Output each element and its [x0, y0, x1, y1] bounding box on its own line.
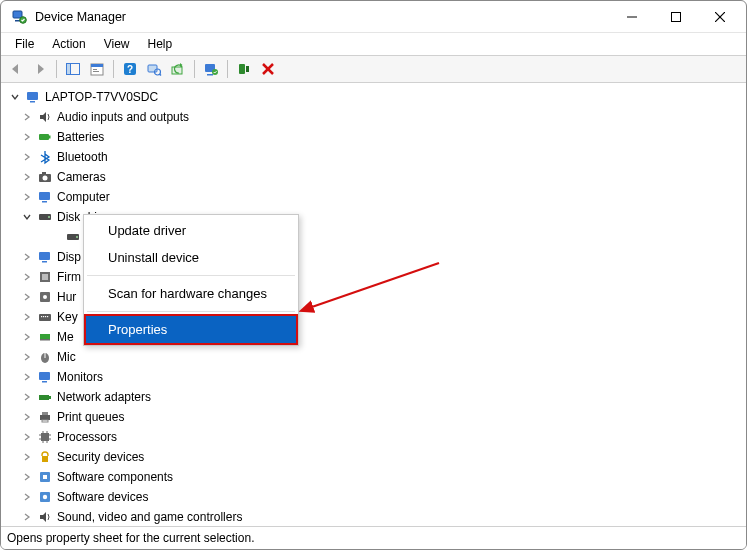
svg-rect-10: [91, 64, 103, 67]
tree-category[interactable]: Processors: [21, 427, 746, 447]
tree-category[interactable]: Bluetooth: [21, 147, 746, 167]
svg-rect-12: [93, 71, 99, 72]
bluetooth-icon: [37, 149, 53, 165]
back-button[interactable]: [5, 58, 27, 80]
tree-category[interactable]: Print queues: [21, 407, 746, 427]
window-title: Device Manager: [35, 10, 126, 24]
svg-rect-50: [40, 334, 50, 339]
tree-category[interactable]: Audio inputs and outputs: [21, 107, 746, 127]
chevron-right-icon[interactable]: [21, 451, 33, 463]
toolbar-sep: [194, 60, 195, 78]
svg-rect-27: [30, 101, 35, 103]
audio-icon: [37, 109, 53, 125]
properties-toolbar-icon[interactable]: [86, 58, 108, 80]
mouse-icon: [37, 349, 53, 365]
chevron-down-icon[interactable]: [21, 211, 33, 223]
chevron-right-icon[interactable]: [21, 191, 33, 203]
uninstall-toolbar-icon[interactable]: [257, 58, 279, 80]
disk-drive-icon: [65, 229, 81, 245]
update-driver-toolbar-icon[interactable]: [167, 58, 189, 80]
printer-icon: [37, 409, 53, 425]
chevron-right-icon[interactable]: [21, 151, 33, 163]
chevron-right-icon[interactable]: [21, 511, 33, 523]
show-hide-console-tree-icon[interactable]: [62, 58, 84, 80]
svg-rect-20: [207, 74, 213, 76]
scan-hardware-toolbar-icon[interactable]: [143, 58, 165, 80]
chevron-right-icon[interactable]: [21, 331, 33, 343]
svg-rect-34: [42, 201, 47, 203]
chevron-right-icon[interactable]: [21, 351, 33, 363]
tree-category[interactable]: Network adapters: [21, 387, 746, 407]
tree-category[interactable]: Software components: [21, 467, 746, 487]
chevron-right-icon[interactable]: [21, 171, 33, 183]
chevron-right-icon[interactable]: [21, 371, 33, 383]
ctx-update-driver[interactable]: Update driver: [86, 217, 296, 244]
menu-help[interactable]: Help: [140, 35, 181, 53]
close-button[interactable]: [698, 2, 742, 32]
ctx-uninstall-device[interactable]: Uninstall device: [86, 244, 296, 271]
toolbar: ?: [1, 55, 746, 83]
svg-rect-39: [39, 252, 50, 260]
svg-point-74: [43, 495, 47, 499]
svg-line-17: [160, 74, 162, 76]
titlebar: Device Manager: [1, 1, 746, 33]
device-tree[interactable]: LAPTOP-T7VV0SDC Audio inputs and outputs…: [1, 83, 746, 526]
chevron-right-icon[interactable]: [21, 311, 33, 323]
svg-rect-26: [27, 92, 38, 100]
svg-rect-60: [42, 420, 48, 422]
chevron-right-icon[interactable]: [21, 131, 33, 143]
chevron-down-icon[interactable]: [9, 91, 21, 103]
toolbar-sep: [227, 60, 228, 78]
chevron-right-icon[interactable]: [21, 111, 33, 123]
chevron-right-icon[interactable]: [21, 251, 33, 263]
sound-controller-icon: [37, 509, 53, 525]
tree-category[interactable]: Cameras: [21, 167, 746, 187]
firmware-icon: [37, 269, 53, 285]
svg-rect-42: [42, 274, 48, 280]
hid-icon: [37, 289, 53, 305]
context-menu: Update driver Uninstall device Scan for …: [83, 214, 299, 346]
tree-category[interactable]: Mic: [21, 347, 746, 367]
toolbar-sep: [56, 60, 57, 78]
tree-category[interactable]: Batteries: [21, 127, 746, 147]
tree-category[interactable]: Software devices: [21, 487, 746, 507]
tree-root[interactable]: LAPTOP-T7VV0SDC: [9, 87, 746, 107]
tree-category[interactable]: Monitors: [21, 367, 746, 387]
svg-rect-57: [49, 396, 51, 399]
device-toolbar-icon[interactable]: [233, 58, 255, 80]
monitor-icon: [37, 369, 53, 385]
chevron-right-icon[interactable]: [21, 391, 33, 403]
chevron-right-icon[interactable]: [21, 291, 33, 303]
memory-icon: [37, 329, 53, 345]
tree-category[interactable]: Computer: [21, 187, 746, 207]
maximize-button[interactable]: [654, 2, 698, 32]
menubar: File Action View Help: [1, 33, 746, 55]
chevron-right-icon[interactable]: [21, 491, 33, 503]
help-toolbar-icon[interactable]: ?: [119, 58, 141, 80]
svg-rect-59: [42, 412, 48, 415]
chevron-right-icon[interactable]: [21, 271, 33, 283]
enable-device-toolbar-icon[interactable]: [200, 58, 222, 80]
menu-file[interactable]: File: [7, 35, 42, 53]
ctx-properties[interactable]: Properties: [86, 316, 296, 343]
network-adapter-icon: [37, 389, 53, 405]
chevron-right-icon[interactable]: [21, 411, 33, 423]
svg-text:?: ?: [127, 64, 133, 75]
keyboard-icon: [37, 309, 53, 325]
tree-category[interactable]: Security devices: [21, 447, 746, 467]
tree-root-label: LAPTOP-T7VV0SDC: [45, 90, 158, 104]
menu-action[interactable]: Action: [44, 35, 93, 53]
forward-button[interactable]: [29, 58, 51, 80]
svg-point-38: [76, 236, 78, 238]
content: LAPTOP-T7VV0SDC Audio inputs and outputs…: [1, 83, 746, 527]
svg-rect-15: [148, 65, 157, 72]
chevron-right-icon[interactable]: [21, 471, 33, 483]
svg-rect-8: [67, 64, 71, 75]
ctx-scan-hardware[interactable]: Scan for hardware changes: [86, 280, 296, 307]
chevron-right-icon[interactable]: [21, 431, 33, 443]
minimize-button[interactable]: [610, 2, 654, 32]
svg-rect-22: [239, 64, 245, 74]
svg-rect-47: [43, 316, 44, 317]
menu-view[interactable]: View: [96, 35, 138, 53]
tree-category[interactable]: Sound, video and game controllers: [21, 507, 746, 526]
